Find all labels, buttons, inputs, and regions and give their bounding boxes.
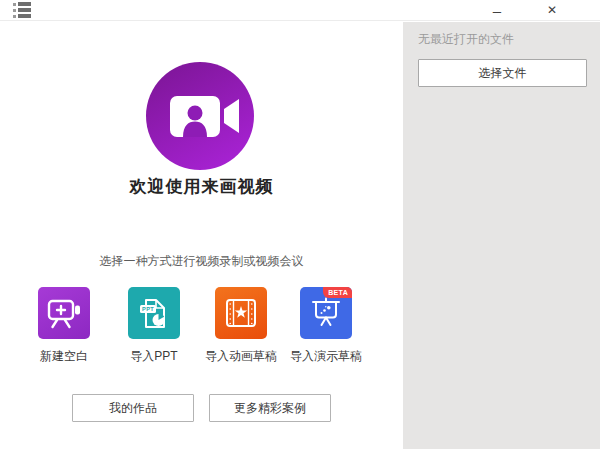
welcome-title: 欢迎使用来画视频: [0, 175, 403, 198]
import-ppt-icon: PPT: [128, 287, 180, 339]
mode-select-subtitle: 选择一种方式进行视频录制或视频会议: [0, 253, 403, 270]
app-window: – ✕ 欢迎使用来画视频 选择一种方式进行视频录制或视频会议: [0, 0, 600, 449]
new-blank-icon: [38, 287, 90, 339]
minimize-icon[interactable]: –: [482, 0, 512, 21]
app-logo: [146, 62, 254, 170]
video-camera-logo-icon: [146, 62, 254, 170]
main-area: 欢迎使用来画视频 选择一种方式进行视频录制或视频会议 新建空白: [0, 22, 403, 449]
close-icon[interactable]: ✕: [537, 0, 567, 21]
my-works-button[interactable]: 我的作品: [72, 394, 194, 422]
beta-badge: BETA: [323, 287, 352, 298]
titlebar: – ✕: [0, 0, 600, 21]
action-import-animation-draft[interactable]: 导入动画草稿: [196, 287, 286, 365]
list-menu-icon[interactable]: [13, 2, 33, 18]
choose-file-button[interactable]: 选择文件: [418, 59, 587, 87]
action-label: 新建空白: [19, 348, 109, 365]
more-examples-button[interactable]: 更多精彩案例: [209, 394, 331, 422]
action-new-blank[interactable]: 新建空白: [19, 287, 109, 365]
action-import-presentation-draft[interactable]: BETA 导入演示草稿: [281, 287, 371, 365]
action-label: 导入演示草稿: [281, 348, 371, 365]
svg-text:PPT: PPT: [142, 306, 154, 312]
action-import-ppt[interactable]: PPT 导入PPT: [109, 287, 199, 365]
import-animation-icon: [215, 287, 267, 339]
footer-buttons: 我的作品 更多精彩案例: [0, 394, 403, 422]
recent-files-sidebar: 无最近打开的文件 选择文件: [403, 22, 600, 449]
action-label: 导入PPT: [109, 348, 199, 365]
no-recent-files-text: 无最近打开的文件: [418, 31, 587, 48]
action-label: 导入动画草稿: [196, 348, 286, 365]
